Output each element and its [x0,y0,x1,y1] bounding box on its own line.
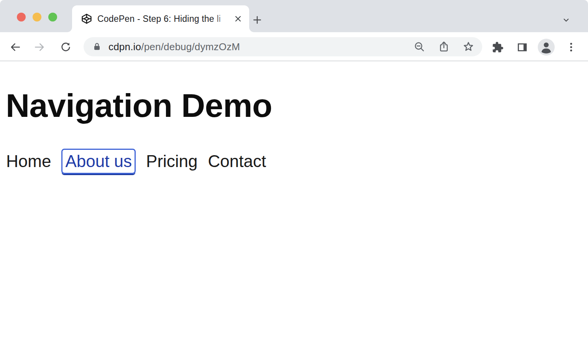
url-domain: cdpn.io [108,41,141,52]
arrow-right-icon [33,41,46,53]
nav-link-contact[interactable]: Contact [208,152,266,171]
profile-button[interactable] [537,38,555,56]
bookmark-button[interactable] [460,38,477,55]
nav-link-pricing[interactable]: Pricing [146,152,198,171]
page-title: Navigation Demo [6,89,588,122]
reload-button[interactable] [58,39,73,55]
side-panel-button[interactable] [514,39,530,55]
lock-icon [92,42,102,52]
arrow-left-icon [9,41,21,53]
tab-close-button[interactable] [232,12,245,25]
browser-tab[interactable]: CodePen - Step 6: Hiding the li [72,5,249,32]
url-bar[interactable]: cdpn.io/pen/debug/dymzOzM [84,37,482,56]
tab-title: CodePen - Step 6: Hiding the li [97,13,232,25]
forward-button[interactable] [32,39,47,55]
browser-toolbar: cdpn.io/pen/debug/dymzOzM [0,32,588,61]
minimize-window-button[interactable] [33,13,41,21]
page-content: Navigation Demo Home About us Pricing Co… [0,61,588,364]
browser-window: CodePen - Step 6: Hiding the li [0,0,588,364]
three-dots-vertical-icon [565,41,577,53]
zoom-out-button[interactable] [411,38,428,55]
person-icon [537,38,555,56]
browser-menu-button[interactable] [563,39,579,55]
close-window-button[interactable] [17,13,26,21]
tab-strip: CodePen - Step 6: Hiding the li [0,0,588,32]
site-navigation: Home About us Pricing Contact [6,149,588,174]
url-text: cdpn.io/pen/debug/dymzOzM [108,41,240,53]
share-button[interactable] [435,38,452,55]
share-icon [438,41,450,53]
traffic-lights [17,13,57,21]
nav-link-home[interactable]: Home [6,152,51,171]
magnifier-minus-icon [413,41,425,53]
puzzle-icon [492,41,504,53]
nav-link-about-us[interactable]: About us [61,149,136,174]
new-tab-button[interactable] [249,12,265,28]
site-info-button[interactable] [91,41,103,52]
tab-search-button[interactable] [559,13,573,27]
plus-icon [252,15,263,25]
url-path: /pen/debug/dymzOzM [141,41,240,52]
reload-icon [60,41,72,53]
zoom-window-button[interactable] [48,13,57,21]
codepen-logo-icon [81,13,92,25]
chevron-down-icon [561,15,571,25]
star-icon [462,41,475,53]
extensions-button[interactable] [490,39,505,55]
side-panel-icon [516,41,528,53]
back-button[interactable] [8,39,23,55]
close-icon [233,14,243,23]
